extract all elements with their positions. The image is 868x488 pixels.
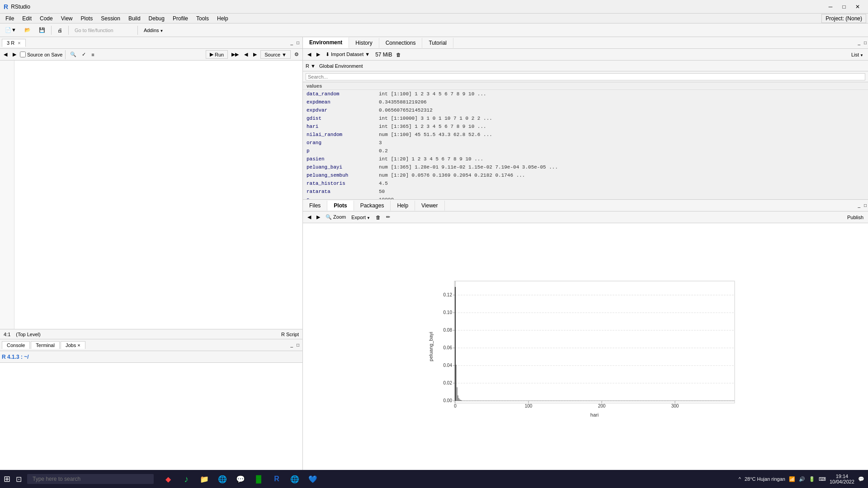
editor-minimize-btn[interactable]: _ [289,40,294,46]
taskbar-icon-chrome[interactable]: 🌐 [215,472,230,486]
editor-settings-btn[interactable]: ⚙ [292,50,301,59]
env-tab-environment[interactable]: Environment [303,38,349,48]
source-button[interactable]: Source ▼ [260,50,291,59]
plot-zoom-btn[interactable]: 🔍 Zoom [324,213,348,221]
plot-tab-help[interactable]: Help [391,201,415,211]
console-tab-console[interactable]: Console [2,341,30,349]
minimize-button[interactable]: ─ [824,2,837,11]
taskbar-icon-r[interactable]: R [269,472,284,486]
env-row[interactable]: hariint [1:365] 1 2 3 4 5 6 7 8 9 10 ... [303,122,868,131]
env-row[interactable]: nilai_randomnum [1:100] 45 51.5 43.3 62.… [303,131,868,139]
import-dataset-btn[interactable]: ⬇ Import Dataset ▼ [324,51,372,58]
taskbar-icon-edge[interactable]: 🌐 [288,472,302,486]
plot-tab-plots[interactable]: Plots [327,201,354,211]
editor-tab-active[interactable]: 3 R × [2,39,26,47]
env-clean-btn[interactable]: 🗑 [394,51,403,58]
menu-session[interactable]: Session [97,14,124,23]
env-row[interactable]: gdistint [1:10000] 3 1 0 1 10 7 1 0 2 2 … [303,114,868,122]
taskbar-icon-spotify[interactable]: ♪ [179,472,193,486]
run-next-btn[interactable]: ▶ [251,50,259,59]
menu-profile[interactable]: Profile [169,14,192,23]
env-row[interactable]: peluang_sembuhnum [1:20] 0.0576 0.1369 0… [303,171,868,179]
env-row[interactable]: p0.2 [303,147,868,155]
menu-debug[interactable]: Debug [145,14,168,23]
env-row[interactable]: s10000 [303,196,868,199]
task-view-button[interactable]: ⊡ [14,474,24,484]
env-row[interactable]: expdvar0.0656076521452312 [303,106,868,114]
taskbar-icon-line[interactable]: ▓ [251,472,266,486]
editor-tab-close[interactable]: × [18,40,20,46]
addins-button[interactable]: Addins [141,26,167,34]
plot-export-btn[interactable]: Export [349,214,372,221]
editor-back-btn[interactable]: ◀ [2,51,9,58]
env-tab-history[interactable]: History [349,38,379,48]
env-search-input[interactable] [306,73,865,80]
menu-plots[interactable]: Plots [77,14,97,23]
env-minimize-btn[interactable]: _ [856,40,862,46]
taskbar-icon-vs[interactable]: 💙 [306,472,320,486]
env-tab-connections[interactable]: Connections [379,38,423,48]
plot-tab-viewer[interactable]: Viewer [415,201,444,211]
env-var-value: 3 [379,140,864,145]
search-btn[interactable]: 🔍 [68,51,78,58]
plot-minimize-btn[interactable]: _ [856,202,862,208]
format-btn[interactable]: ≡ [90,51,96,58]
menu-view[interactable]: View [57,14,76,23]
console-maximize-btn[interactable]: □ [295,342,301,348]
env-row[interactable]: ratarata50 [303,188,868,196]
start-button[interactable]: ⊞ [4,474,10,484]
console-tab-jobs[interactable]: Jobs × [61,341,85,349]
run-button[interactable]: ▶ Run [206,50,228,59]
menu-edit[interactable]: Edit [19,14,35,23]
env-tab-tutorial[interactable]: Tutorial [422,38,453,48]
run-all-btn[interactable]: ▶▶ [230,50,241,59]
console-minimize-btn[interactable]: _ [289,342,294,348]
plot-tab-files[interactable]: Files [303,201,327,211]
console-tab-terminal[interactable]: Terminal [31,341,60,349]
clock[interactable]: 19:14 10/04/2022 [830,474,854,484]
console-content[interactable] [0,363,302,470]
save-button[interactable]: 💾 [36,26,48,34]
plot-publish-btn[interactable]: Publish [845,214,865,221]
close-button[interactable]: ✕ [851,2,864,11]
plot-tab-packages[interactable]: Packages [354,201,391,211]
goto-file-button[interactable]: Go to file/function [71,26,135,34]
menu-code[interactable]: Code [36,14,57,23]
menu-tools[interactable]: Tools [193,14,212,23]
taskbar-icon-folder[interactable]: 📁 [197,472,212,486]
menu-build[interactable]: Build [125,14,144,23]
env-prev-btn[interactable]: ◀ [306,51,313,58]
env-row[interactable]: orang3 [303,139,868,147]
plot-prev-btn[interactable]: ◀ [306,213,313,221]
plot-delete-btn[interactable]: 🗑 [374,214,382,221]
env-row[interactable]: rata_historis4.5 [303,179,868,188]
source-on-save-checkbox[interactable] [20,52,26,57]
taskbar-search-input[interactable] [27,474,154,484]
menu-file[interactable]: File [2,14,18,23]
open-file-button[interactable]: 📂 [21,26,34,34]
plot-brush-btn[interactable]: ✏ [384,213,392,221]
plot-maximize-btn[interactable]: □ [863,202,868,208]
menu-help[interactable]: Help [213,14,232,23]
maximize-button[interactable]: □ [837,2,851,11]
new-file-button[interactable]: 📄▼ [2,26,19,34]
env-next-btn[interactable]: ▶ [315,51,322,58]
env-row[interactable]: pasienint [1:20] 1 2 3 4 5 6 7 8 9 10 ..… [303,155,868,163]
print-button[interactable]: 🖨 [54,26,66,34]
env-list-btn[interactable]: List [849,51,865,58]
env-row[interactable]: expdmean0.34355881219206 [303,98,868,106]
env-maximize-btn[interactable]: □ [863,40,868,46]
env-row[interactable]: peluang_bayinum [1:365] 1.28e-01 9.11e-0… [303,163,868,171]
spellcheck-btn[interactable]: ✓ [80,51,88,58]
taskbar-icon-diamond[interactable]: ◆ [161,472,175,486]
jobs-close[interactable]: × [77,343,80,348]
env-row[interactable]: data_randomint [1:100] 1 2 3 4 5 6 7 8 9… [303,90,868,98]
run-prev-btn[interactable]: ◀ [242,50,250,59]
editor-forward-btn[interactable]: ▶ [11,51,18,58]
plot-next-btn[interactable]: ▶ [315,213,322,221]
taskbar-icon-chat[interactable]: 💬 [233,472,248,486]
code-content[interactable] [14,61,302,329]
editor-maximize-btn[interactable]: □ [295,40,301,46]
notification-icon[interactable]: 💬 [858,476,864,482]
tray-expand[interactable]: ^ [739,476,741,482]
